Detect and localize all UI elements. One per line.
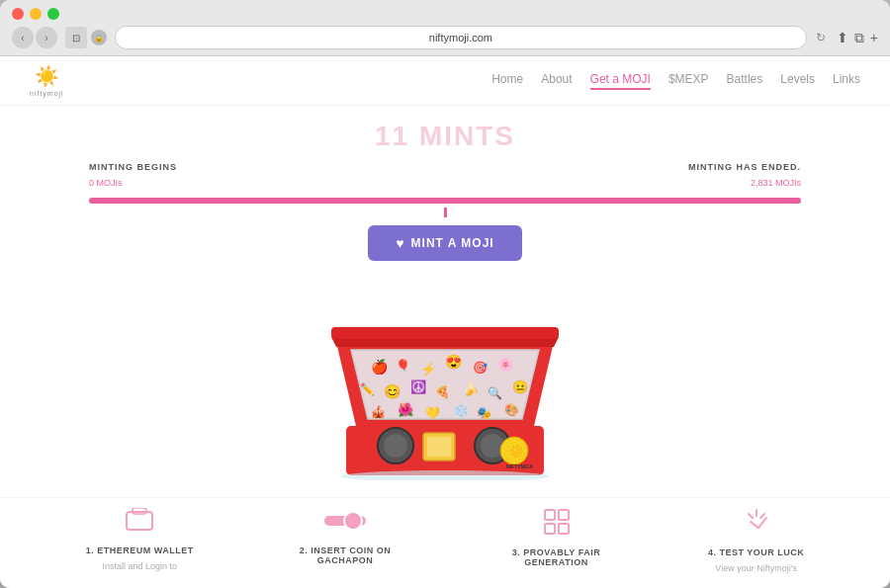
browser-chrome: ‹ › ⊡ 🔒 niftymoji.com ↻ ⬆ ⧉ + <box>0 0 890 56</box>
step-3-title: 3. PROVABLY FAIR GENERATION <box>497 547 616 567</box>
close-button[interactable] <box>12 8 24 20</box>
svg-text:❄️: ❄️ <box>453 402 470 419</box>
svg-text:💛: 💛 <box>425 405 440 420</box>
progress-divider <box>444 208 447 217</box>
step-4-desc: View your Niftymoji's <box>715 563 797 573</box>
logo-area: ☀️ niftymoji <box>30 64 64 97</box>
svg-text:🎯: 🎯 <box>473 360 488 375</box>
svg-rect-42 <box>559 524 569 534</box>
minting-ends-label: MINTING HAS ENDED. 2,831 MOJIs <box>688 162 801 190</box>
svg-line-45 <box>749 514 753 518</box>
svg-line-44 <box>760 514 764 518</box>
logo-icon: ☀️ <box>35 64 59 88</box>
browser-icons-left: ⊡ 🔒 <box>65 27 107 48</box>
svg-text:🍕: 🍕 <box>435 384 450 399</box>
step-1-desc: Install and Login to <box>102 561 177 571</box>
page-content: ☀️ niftymoji Home About Get a MOJI $MEXP… <box>0 56 890 588</box>
hero-title: 11 MINTS <box>30 121 860 152</box>
svg-rect-39 <box>545 510 555 520</box>
nav-row: ‹ › ⊡ 🔒 niftymoji.com ↻ ⬆ ⧉ + <box>12 26 878 49</box>
svg-text:🍎: 🍎 <box>371 359 389 376</box>
step-4-title: 4. TEST YOUR LUCK <box>708 547 804 557</box>
nav-home[interactable]: Home <box>491 72 523 90</box>
minimize-button[interactable] <box>30 8 42 20</box>
svg-text:⚡: ⚡ <box>420 361 437 378</box>
hero-section: 11 MINTS MINTING BEGINS 0 MOJIs MINTING … <box>0 106 890 225</box>
svg-text:NIFTYMOJI: NIFTYMOJI <box>506 463 533 469</box>
mint-button-area: ♥ MINT A MOJI <box>0 225 890 261</box>
url-text: niftymoji.com <box>429 32 492 43</box>
svg-text:🌸: 🌸 <box>497 356 514 373</box>
mint-heart-icon: ♥ <box>396 235 404 251</box>
nav-get-moji[interactable]: Get a MOJI <box>590 72 651 90</box>
svg-text:☮️: ☮️ <box>410 378 427 395</box>
add-tab-button[interactable]: + <box>870 30 878 45</box>
reload-button[interactable]: ↻ <box>813 30 829 45</box>
svg-text:🎈: 🎈 <box>396 358 410 373</box>
nav-about[interactable]: About <box>541 72 572 90</box>
svg-text:☀️: ☀️ <box>509 444 524 459</box>
machine-area: 🍎 🎈 ⚡ 😍 🎯 🌸 ✏️ 😊 ☮️ 🍕 🍌 🔍 😐 🎪 🌺 💛 <box>0 271 890 497</box>
svg-text:😐: 😐 <box>512 378 529 395</box>
svg-rect-5 <box>331 327 559 339</box>
site-nav: ☀️ niftymoji Home About Get a MOJI $MEXP… <box>0 56 890 106</box>
step-2-title: 2. INSERT COIN ON GACHAPON <box>286 546 404 565</box>
step-1-icon <box>125 508 154 540</box>
reader-view-icon[interactable]: ⊡ <box>65 27 87 48</box>
url-bar[interactable]: niftymoji.com <box>115 26 807 49</box>
maximize-button[interactable] <box>47 8 59 20</box>
svg-rect-41 <box>545 524 555 534</box>
traffic-lights <box>12 8 878 20</box>
nav-levels[interactable]: Levels <box>780 72 815 90</box>
share-icon[interactable]: ⬆ <box>837 30 848 45</box>
progress-bar-fill <box>89 198 801 204</box>
svg-text:🔍: 🔍 <box>488 385 502 400</box>
progress-bar-container <box>89 198 801 204</box>
svg-rect-40 <box>559 510 569 520</box>
nav-battles[interactable]: Battles <box>727 72 763 90</box>
svg-text:✏️: ✏️ <box>360 381 375 396</box>
progress-area: MINTING BEGINS 0 MOJIs MINTING HAS ENDED… <box>30 162 860 190</box>
nav-arrows: ‹ › <box>12 27 57 48</box>
back-button[interactable]: ‹ <box>12 27 34 48</box>
nav-links: Home About Get a MOJI $MEXP Battles Leve… <box>491 72 860 90</box>
security-icon: 🔒 <box>91 30 107 45</box>
svg-text:😍: 😍 <box>445 354 463 371</box>
step-2: 2. INSERT COIN ON GACHAPON <box>286 508 404 573</box>
gachapon-machine: 🍎 🎈 ⚡ 😍 🎯 🌸 ✏️ 😊 ☮️ 🍕 🍌 🔍 😐 🎪 🌺 💛 <box>316 283 574 480</box>
url-bar-wrapper: niftymoji.com ↻ <box>115 26 829 49</box>
new-tab-icon[interactable]: ⧉ <box>854 30 864 46</box>
forward-button[interactable]: › <box>36 27 57 48</box>
svg-rect-28 <box>427 437 451 457</box>
step-4-icon <box>743 508 770 542</box>
svg-text:🎭: 🎭 <box>477 405 491 420</box>
browser-window: ‹ › ⊡ 🔒 niftymoji.com ↻ ⬆ ⧉ + <box>0 0 890 588</box>
svg-text:😊: 😊 <box>384 383 401 400</box>
mint-button-label: MINT A MOJI <box>411 236 494 250</box>
browser-icons-right: ⬆ ⧉ + <box>837 30 878 46</box>
svg-text:🍌: 🍌 <box>463 380 480 397</box>
nav-links[interactable]: Links <box>833 72 860 90</box>
svg-point-38 <box>344 512 362 530</box>
svg-text:🎨: 🎨 <box>504 402 519 417</box>
step-2-icon <box>323 508 367 540</box>
step-1-title: 1. ETHEREUM WALLET <box>86 546 194 555</box>
svg-text:🎪: 🎪 <box>371 404 386 419</box>
svg-point-26 <box>384 434 407 458</box>
steps-area: 1. ETHEREUM WALLET Install and Login to … <box>0 497 890 588</box>
step-1: 1. ETHEREUM WALLET Install and Login to <box>86 508 194 573</box>
step-4: 4. TEST YOUR LUCK View your Niftymoji's <box>708 508 804 573</box>
mint-button[interactable]: ♥ MINT A MOJI <box>368 225 521 261</box>
step-3: 3. PROVABLY FAIR GENERATION <box>497 508 616 573</box>
step-3-icon <box>543 508 571 542</box>
nav-mexp[interactable]: $MEXP <box>668 72 709 90</box>
logo-text: niftymoji <box>30 90 64 97</box>
minting-begins-label: MINTING BEGINS 0 MOJIs <box>89 162 177 190</box>
svg-text:🌺: 🌺 <box>398 401 414 418</box>
